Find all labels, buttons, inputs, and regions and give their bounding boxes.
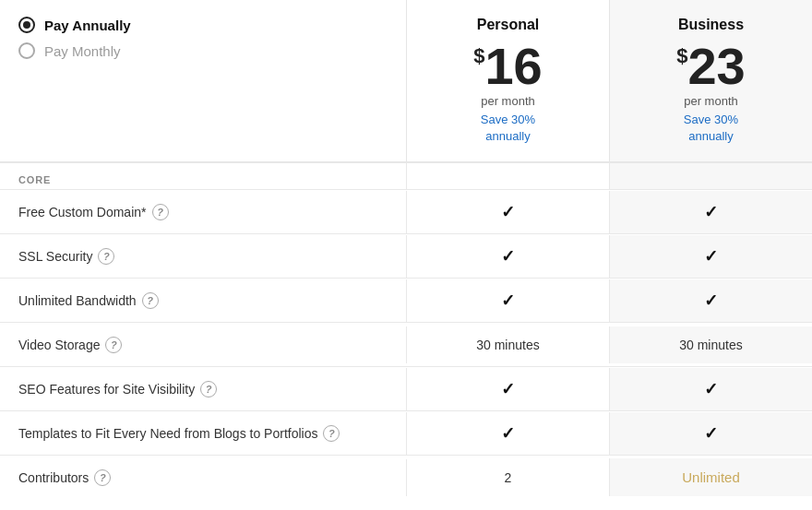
business-price-period: per month <box>684 94 738 108</box>
help-icon-templates[interactable]: ? <box>323 425 340 442</box>
checkmark-seo-business: ✓ <box>704 379 718 399</box>
feature-value-contributors-business: Unlimited <box>609 458 812 496</box>
personal-price-amount: 16 <box>484 41 542 92</box>
feature-name-contributors: Contributors <box>18 470 89 485</box>
feature-value-domain-personal: ✓ <box>406 191 609 233</box>
feature-name-templates: Templates to Fit Every Need from Blogs t… <box>18 426 317 441</box>
checkmark-domain-business: ✓ <box>704 202 718 222</box>
feature-value-templates-personal: ✓ <box>406 412 609 455</box>
help-icon-domain[interactable]: ? <box>152 204 169 220</box>
checkmark-bandwidth-business: ✓ <box>704 291 718 311</box>
pay-monthly-radio[interactable] <box>18 42 35 59</box>
pay-annually-option[interactable]: Pay Annually <box>18 17 388 33</box>
contributors-business-value: Unlimited <box>682 469 740 485</box>
feature-value-bandwidth-personal: ✓ <box>406 279 609 322</box>
feature-value-ssl-business: ✓ <box>609 235 812 278</box>
personal-price-symbol: $ <box>473 46 484 66</box>
feature-row-seo: SEO Features for Site Visibility ? ✓ ✓ <box>0 366 812 410</box>
feature-name-bandwidth: Unlimited Bandwidth <box>18 293 137 308</box>
feature-name-ssl: SSL Security <box>18 249 92 264</box>
personal-plan-name: Personal <box>477 17 540 33</box>
checkmark-bandwidth-personal: ✓ <box>501 291 515 311</box>
help-icon-contributors[interactable]: ? <box>94 469 111 486</box>
feature-value-video-business: 30 minutes <box>609 326 812 363</box>
checkmark-ssl-personal: ✓ <box>501 246 515 267</box>
help-icon-seo[interactable]: ? <box>200 381 217 397</box>
video-business-value: 30 minutes <box>679 338 742 352</box>
personal-price-save: Save 30%annually <box>481 112 535 145</box>
checkmark-ssl-business: ✓ <box>704 246 718 267</box>
feature-name-video: Video Storage <box>18 338 100 352</box>
pay-monthly-label: Pay Monthly <box>44 43 121 59</box>
feature-value-seo-business: ✓ <box>609 368 812 410</box>
header-row: Pay Annually Pay Monthly Personal $ 16 p… <box>0 0 812 162</box>
feature-label-bandwidth: Unlimited Bandwidth ? <box>0 281 406 320</box>
business-plan-name: Business <box>678 17 744 33</box>
help-icon-bandwidth[interactable]: ? <box>142 292 159 309</box>
personal-plan-price: $ 16 <box>473 41 543 92</box>
feature-label-seo: SEO Features for Site Visibility ? <box>0 370 406 409</box>
business-price-save: Save 30%annually <box>684 112 738 145</box>
pay-annually-radio[interactable] <box>18 17 35 33</box>
help-icon-ssl[interactable]: ? <box>98 248 114 265</box>
feature-label-domain: Free Custom Domain* ? <box>0 193 406 231</box>
core-section-filler-business <box>609 163 812 189</box>
feature-value-seo-personal: ✓ <box>406 368 609 410</box>
feature-row-domain: Free Custom Domain* ? ✓ ✓ <box>0 189 812 233</box>
checkmark-templates-personal: ✓ <box>501 423 515 444</box>
checkmark-templates-business: ✓ <box>704 423 718 444</box>
billing-options: Pay Annually Pay Monthly <box>0 0 406 161</box>
feature-row-video: Video Storage ? 30 minutes 30 minutes <box>0 322 812 366</box>
feature-label-video: Video Storage ? <box>0 326 406 364</box>
core-section-filler-personal <box>406 163 609 189</box>
feature-name-seo: SEO Features for Site Visibility <box>18 382 195 397</box>
personal-plan-header: Personal $ 16 per month Save 30%annually <box>406 0 609 161</box>
core-section-row: CORE <box>0 162 812 189</box>
pricing-page: Pay Annually Pay Monthly Personal $ 16 p… <box>0 0 812 510</box>
feature-name-domain: Free Custom Domain* <box>18 205 147 219</box>
feature-row-templates: Templates to Fit Every Need from Blogs t… <box>0 410 812 455</box>
business-plan-price: $ 23 <box>676 41 746 92</box>
feature-value-domain-business: ✓ <box>609 191 812 233</box>
feature-value-bandwidth-business: ✓ <box>609 279 812 322</box>
contributors-personal-value: 2 <box>505 470 512 485</box>
business-plan-header: Business $ 23 per month Save 30%annually <box>609 0 812 161</box>
feature-row-contributors: Contributors ? 2 Unlimited <box>0 455 812 499</box>
feature-label-contributors: Contributors ? <box>0 458 406 497</box>
core-section-label: CORE <box>0 163 406 189</box>
pay-monthly-option[interactable]: Pay Monthly <box>18 42 388 59</box>
feature-value-ssl-personal: ✓ <box>406 235 609 278</box>
checkmark-seo-personal: ✓ <box>501 379 515 399</box>
feature-value-templates-business: ✓ <box>609 412 812 455</box>
help-icon-video[interactable]: ? <box>105 337 122 353</box>
business-price-symbol: $ <box>676 46 687 66</box>
feature-value-video-personal: 30 minutes <box>406 326 609 363</box>
personal-price-period: per month <box>481 94 535 108</box>
feature-label-ssl: SSL Security ? <box>0 237 406 276</box>
business-price-amount: 23 <box>687 41 745 92</box>
feature-row-bandwidth: Unlimited Bandwidth ? ✓ ✓ <box>0 278 812 322</box>
feature-value-contributors-personal: 2 <box>406 459 609 496</box>
feature-label-templates: Templates to Fit Every Need from Blogs t… <box>0 414 406 453</box>
pay-annually-label: Pay Annually <box>44 18 131 33</box>
feature-row-ssl: SSL Security ? ✓ ✓ <box>0 233 812 278</box>
video-personal-value: 30 minutes <box>476 338 539 352</box>
checkmark-domain-personal: ✓ <box>501 202 515 222</box>
